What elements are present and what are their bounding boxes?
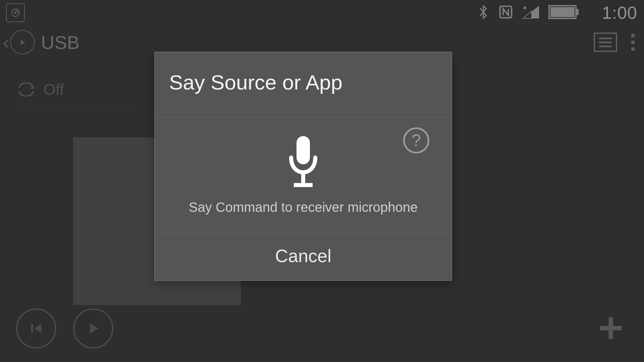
dialog-title: Say Source or App xyxy=(155,52,451,117)
microphone-icon xyxy=(286,135,321,188)
dialog-body: ? Say Command to receiver microphone xyxy=(155,117,451,233)
voice-command-dialog: Say Source or App ? Say Command to recei… xyxy=(154,52,452,281)
cancel-button[interactable]: Cancel xyxy=(155,233,451,280)
dialog-hint: Say Command to receiver microphone xyxy=(168,200,438,215)
help-icon: ? xyxy=(412,131,421,150)
svg-rect-18 xyxy=(294,183,313,187)
help-button[interactable]: ? xyxy=(403,127,429,154)
svg-rect-16 xyxy=(297,136,310,164)
svg-rect-17 xyxy=(301,172,305,183)
